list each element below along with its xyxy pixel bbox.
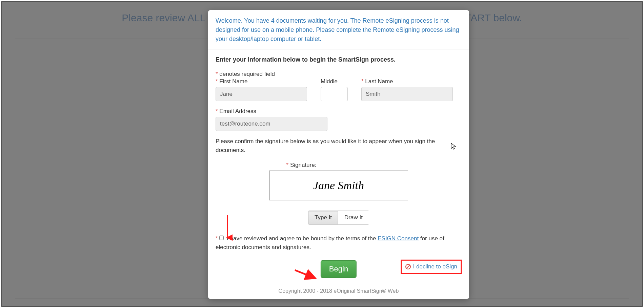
esign-consent-link[interactable]: ESIGN Consent bbox=[378, 235, 419, 242]
signature-mode-toggle: Type It Draw It bbox=[308, 211, 369, 225]
first-name-label: * First Name bbox=[216, 78, 307, 85]
smartsign-modal: Welcome. You have 4 documents waiting fo… bbox=[208, 10, 469, 299]
last-name-label: * Last Name bbox=[361, 78, 453, 85]
signature-label: * Signature: bbox=[286, 162, 317, 169]
draw-it-button[interactable]: Draw It bbox=[338, 211, 369, 225]
type-it-button[interactable]: Type It bbox=[308, 211, 338, 225]
prohibit-icon bbox=[405, 264, 411, 270]
signature-confirm-text: Please confirm the signature below is as… bbox=[216, 137, 462, 154]
middle-name-input[interactable] bbox=[321, 87, 348, 101]
email-label: * Email Address bbox=[216, 108, 462, 115]
decline-esign-link[interactable]: I decline to eSign bbox=[413, 263, 457, 270]
email-input[interactable] bbox=[216, 117, 327, 131]
first-name-input[interactable] bbox=[216, 87, 307, 101]
copyright-text: Copyright 2000 - 2018 eOriginal SmartSig… bbox=[216, 288, 462, 294]
consent-checkbox[interactable] bbox=[219, 236, 224, 240]
required-field-note: * denotes required field bbox=[216, 71, 462, 78]
begin-button[interactable]: Begin bbox=[321, 260, 357, 278]
decline-highlight-box: I decline to eSign bbox=[401, 260, 462, 274]
signature-preview-box[interactable]: Jane Smith bbox=[269, 171, 408, 200]
consent-text-prefix: I have reviewed and agree to be bound by… bbox=[227, 235, 378, 242]
welcome-message: Welcome. You have 4 documents waiting fo… bbox=[208, 10, 469, 49]
signature-preview-text: Jane Smith bbox=[313, 179, 364, 192]
consent-row: * I have reviewed and agree to be bound … bbox=[216, 234, 462, 251]
middle-name-label: Middle bbox=[321, 78, 348, 85]
last-name-input[interactable] bbox=[361, 87, 453, 101]
instruction-heading: Enter your information below to begin th… bbox=[216, 56, 462, 63]
svg-line-1 bbox=[406, 265, 410, 268]
